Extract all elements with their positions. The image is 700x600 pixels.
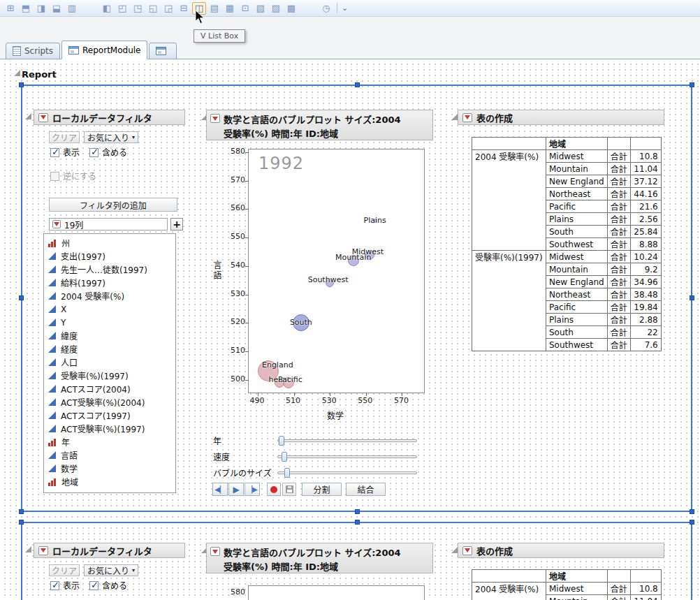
filter-column-item[interactable]: ACTスコア(1997) xyxy=(44,409,175,422)
red-triangle-menu-icon[interactable] xyxy=(52,220,61,228)
step-forward-button[interactable]: ▕▶ xyxy=(245,483,260,496)
selection-handle[interactable] xyxy=(355,82,360,87)
tab-extra[interactable] xyxy=(149,43,177,59)
filter-column-item[interactable]: X xyxy=(44,302,175,316)
split-button[interactable]: 分割 xyxy=(302,483,342,496)
toolbar-icon-6[interactable]: ◧ xyxy=(100,2,114,15)
filter-column-item[interactable]: 地域 xyxy=(44,475,175,488)
toolbar-icon-8[interactable]: ◳ xyxy=(131,2,145,15)
save-animation-button[interactable] xyxy=(282,483,296,496)
selection-handle[interactable] xyxy=(355,520,360,525)
red-triangle-menu-icon[interactable] xyxy=(210,114,220,123)
toolbar-icon-15[interactable]: ⊡ xyxy=(238,2,252,15)
slider-track[interactable] xyxy=(277,439,417,442)
toolbar-icon-5[interactable]: ▥ xyxy=(65,2,79,15)
filter-disclosure-icon[interactable] xyxy=(25,113,31,119)
selection-handle[interactable] xyxy=(690,82,694,87)
red-triangle-menu-icon[interactable] xyxy=(210,547,220,556)
filter-column-item[interactable]: 年 xyxy=(44,435,175,448)
selection-handle[interactable] xyxy=(19,82,24,87)
main-toolbar: ⊞⬒◨⬓▥◧◰◳◱◲⊟◫▤▦⊡▧▨▩◷ ⌄ xyxy=(0,0,700,17)
step-back-button[interactable]: ◀▏ xyxy=(212,483,228,496)
slider-track[interactable] xyxy=(277,471,417,474)
toolbar-icon-7[interactable]: ◰ xyxy=(115,2,129,15)
filter-column-item[interactable]: 人口 xyxy=(44,356,175,369)
red-triangle-menu-icon[interactable] xyxy=(38,546,48,555)
summary-table-wrap: 地域2004 受験率(%)Midwest合計10.8Mountain合計11.0… xyxy=(472,137,662,351)
red-triangle-menu-icon[interactable] xyxy=(462,113,472,122)
filter-column-item[interactable]: 支出(1997) xyxy=(44,249,175,263)
table-disclosure-icon[interactable] xyxy=(451,114,458,120)
region-cell: Mountain xyxy=(546,595,608,600)
filter-column-item[interactable]: 経度 xyxy=(44,342,175,356)
filter-column-item[interactable]: 緯度 xyxy=(44,329,175,342)
selection-handle[interactable] xyxy=(690,509,694,514)
bubble-plot-area-2[interactable] xyxy=(248,585,425,600)
report-icon xyxy=(156,47,166,55)
toolbar-icon-4[interactable]: ⬓ xyxy=(50,2,64,15)
table-disclosure-icon[interactable] xyxy=(451,547,458,553)
include-checkbox[interactable] xyxy=(89,581,99,590)
filter-column-item[interactable]: ACT受験率(%)(2004) xyxy=(44,395,175,409)
red-triangle-menu-icon[interactable] xyxy=(38,113,48,122)
toolbar-icon-9[interactable]: ◱ xyxy=(146,2,160,15)
include-checkbox[interactable] xyxy=(89,148,99,157)
toolbar-icon-10[interactable]: ◲ xyxy=(161,2,175,15)
clear-button[interactable]: クリア xyxy=(49,564,80,576)
toolbar-icon-14[interactable]: ▦ xyxy=(223,2,237,15)
slider-track[interactable] xyxy=(277,455,417,458)
favorites-dropdown[interactable]: お気に入り ▾ xyxy=(84,564,138,576)
filter-column-item[interactable]: 受験率(%)(1997) xyxy=(44,369,175,382)
selection-handle[interactable] xyxy=(690,295,694,300)
filter-column-item[interactable]: 州 xyxy=(44,236,175,249)
add-filter-columns-button[interactable]: フィルタ列の追加 xyxy=(49,198,177,212)
slider-thumb[interactable] xyxy=(282,452,287,462)
play-button[interactable]: ▶ xyxy=(228,483,244,496)
filter-column-item[interactable]: 言語 xyxy=(44,448,175,462)
combine-button[interactable]: 結合 xyxy=(346,483,386,496)
toolbar-icon-3[interactable]: ◨ xyxy=(34,2,48,15)
selection-handle[interactable] xyxy=(690,520,694,525)
invert-checkbox[interactable] xyxy=(50,172,59,181)
add-column-plus-button[interactable]: + xyxy=(170,218,183,231)
toolbar-icon-1[interactable]: ⊞ xyxy=(3,2,17,15)
filter-column-item[interactable]: Y xyxy=(44,316,175,329)
tab-scripts[interactable]: Scripts xyxy=(6,43,60,59)
record-button[interactable] xyxy=(267,483,281,496)
toolbar-icon-2[interactable]: ⬒ xyxy=(19,2,33,15)
region-cell: Mountain xyxy=(546,263,608,276)
filter-column-item[interactable]: 先生一人…徒数(1997) xyxy=(44,263,175,276)
slider-thumb[interactable] xyxy=(284,468,290,478)
show-checkbox[interactable] xyxy=(50,148,59,157)
clear-button[interactable]: クリア xyxy=(49,131,80,143)
show-checkbox[interactable] xyxy=(50,581,59,590)
slider-thumb[interactable] xyxy=(279,436,284,446)
toolbar-icon-19[interactable]: ◷ xyxy=(319,2,333,15)
selection-handle[interactable] xyxy=(19,520,24,525)
toolbar-icon-13[interactable]: ▤ xyxy=(207,2,221,15)
selection-handle[interactable] xyxy=(19,295,24,300)
column-count-menu[interactable]: 19列 xyxy=(49,218,168,231)
filter-column-item[interactable]: ACTスコア(2004) xyxy=(44,382,175,395)
filter-column-item[interactable]: 給料(1997) xyxy=(44,276,175,289)
toolbar-overflow-icon[interactable]: ⌄ xyxy=(342,3,348,13)
designer-canvas[interactable]: Report ローカルデータフィルタ クリア お気に入り ▾ 表示 含める 逆に… xyxy=(0,59,700,600)
tab-reportmodule[interactable]: ReportModule xyxy=(61,41,147,59)
filter-disclosure-icon[interactable] xyxy=(25,546,31,553)
filter-column-item[interactable]: ACT受験率(%)(1997) xyxy=(44,422,175,435)
value-cell: 8.88 xyxy=(630,238,661,251)
toolbar-icon-18[interactable]: ▩ xyxy=(284,2,298,15)
toolbar-icon-16[interactable]: ▧ xyxy=(254,2,268,15)
favorites-dropdown[interactable]: お気に入り ▾ xyxy=(84,131,138,143)
report-disclosure-icon[interactable] xyxy=(14,70,20,76)
selection-handle[interactable] xyxy=(355,509,360,514)
filter-column-item[interactable]: 数学 xyxy=(44,462,175,475)
toolbar-icon-17[interactable]: ▨ xyxy=(269,2,283,15)
selection-handle[interactable] xyxy=(19,509,24,514)
red-triangle-menu-icon[interactable] xyxy=(462,546,472,555)
region-cell: Plains xyxy=(546,213,608,226)
filter-column-item[interactable]: 2004 受験率(%) xyxy=(44,289,175,302)
continuous-column-icon xyxy=(48,332,56,339)
toolbar-icon-11[interactable]: ⊟ xyxy=(177,2,191,15)
bubble-plot-area[interactable]: 1992 PlainsMidwestMountainSouthwestSouth… xyxy=(248,149,425,393)
